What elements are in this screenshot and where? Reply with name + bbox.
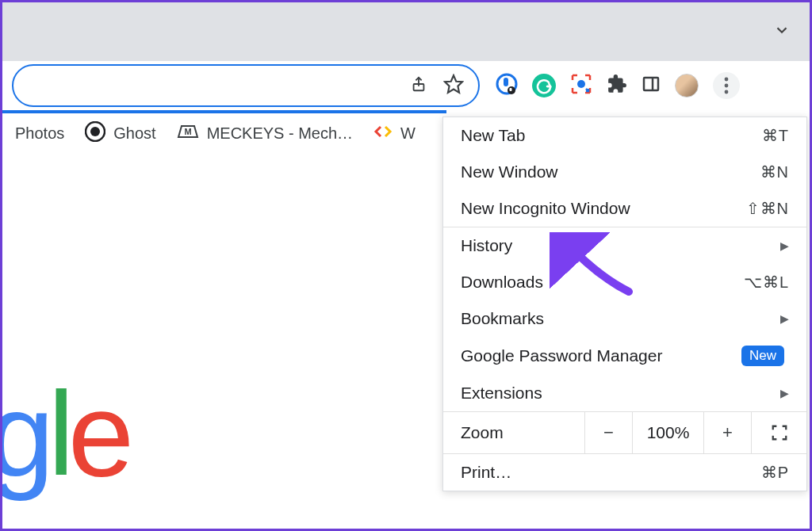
- bookmark-meckeys[interactable]: M MECKEYS - Mech…: [177, 123, 353, 144]
- zoom-value: 100%: [632, 412, 703, 453]
- bookmark-star-icon[interactable]: [443, 74, 464, 97]
- share-icon[interactable]: [410, 74, 427, 97]
- submenu-arrow-icon: ▶: [780, 312, 789, 325]
- bookmark-ghost[interactable]: Ghost: [85, 121, 155, 146]
- zoom-in-button[interactable]: +: [703, 412, 751, 453]
- bookmark-photos[interactable]: Photos: [15, 124, 64, 143]
- menu-label: Print…: [461, 463, 511, 482]
- submenu-arrow-icon: ▶: [780, 387, 789, 399]
- menu-history[interactable]: History ▶: [443, 227, 806, 264]
- menu-password-manager[interactable]: Google Password Manager New: [443, 337, 806, 375]
- profile-avatar[interactable]: [675, 74, 699, 97]
- extensions-puzzle-icon[interactable]: [607, 74, 627, 97]
- menu-shortcut: ⌘T: [762, 126, 789, 145]
- menu-new-incognito[interactable]: New Incognito Window ⇧⌘N: [443, 190, 806, 227]
- menu-shortcut: ⌘P: [761, 463, 789, 482]
- svg-point-12: [725, 90, 729, 94]
- ghost-icon: [85, 121, 105, 146]
- svg-point-14: [90, 127, 100, 136]
- svg-marker-1: [445, 75, 462, 93]
- extension-icon-1[interactable]: [496, 73, 518, 98]
- toolbar: [2, 61, 810, 110]
- menu-downloads[interactable]: Downloads ⌥⌘L: [443, 264, 806, 300]
- menu-shortcut: ⇧⌘N: [746, 199, 789, 218]
- screenshot-extension-icon[interactable]: [570, 73, 592, 98]
- menu-shortcut: ⌥⌘L: [744, 273, 789, 292]
- code-icon: [373, 124, 393, 143]
- menu-label: New Tab: [461, 126, 525, 145]
- menu-label: New Window: [461, 162, 558, 181]
- menu-label: Downloads: [461, 273, 543, 292]
- menu-label: Extensions: [461, 384, 542, 403]
- address-bar[interactable]: [12, 64, 480, 107]
- svg-point-10: [725, 78, 729, 82]
- svg-rect-5: [510, 88, 512, 91]
- svg-text:M: M: [184, 127, 191, 136]
- fullscreen-button[interactable]: [751, 412, 806, 453]
- menu-shortcut: ⌘N: [760, 162, 789, 181]
- grammarly-icon[interactable]: [532, 74, 556, 97]
- svg-point-11: [725, 84, 729, 88]
- kebab-menu-icon[interactable]: [713, 72, 740, 99]
- new-badge: New: [741, 346, 784, 366]
- extension-icons: [496, 72, 740, 99]
- side-panel-icon[interactable]: [642, 74, 661, 97]
- bookmark-label: Ghost: [113, 124, 155, 143]
- tab-strip: [2, 2, 810, 61]
- svg-point-7: [577, 80, 585, 88]
- menu-zoom-row: Zoom − 100% +: [443, 411, 806, 454]
- menu-extensions[interactable]: Extensions ▶: [443, 375, 806, 411]
- menu-new-tab[interactable]: New Tab ⌘T: [443, 117, 806, 154]
- zoom-out-button[interactable]: −: [584, 412, 632, 453]
- bookmark-w[interactable]: W: [373, 124, 416, 143]
- svg-rect-8: [644, 78, 658, 90]
- bookmark-label: MECKEYS - Mech…: [207, 124, 353, 143]
- bookmark-label: W: [400, 124, 416, 143]
- menu-label: History: [461, 236, 512, 255]
- menu-bookmarks[interactable]: Bookmarks ▶: [443, 300, 806, 337]
- menu-zoom-label: Zoom: [443, 412, 584, 453]
- chrome-menu: New Tab ⌘T New Window ⌘N New Incognito W…: [442, 117, 807, 491]
- submenu-arrow-icon: ▶: [780, 239, 789, 252]
- google-logo: glole: [0, 367, 128, 504]
- tab-dropdown-chevron-icon[interactable]: [773, 21, 791, 42]
- menu-label: Bookmarks: [461, 309, 544, 328]
- meckeys-icon: M: [177, 123, 199, 144]
- menu-new-window[interactable]: New Window ⌘N: [443, 154, 806, 190]
- menu-print[interactable]: Print… ⌘P: [443, 454, 806, 491]
- menu-label: Google Password Manager: [461, 346, 662, 365]
- menu-label: New Incognito Window: [461, 199, 630, 218]
- bookmark-label: Photos: [15, 124, 64, 143]
- svg-rect-3: [504, 78, 508, 86]
